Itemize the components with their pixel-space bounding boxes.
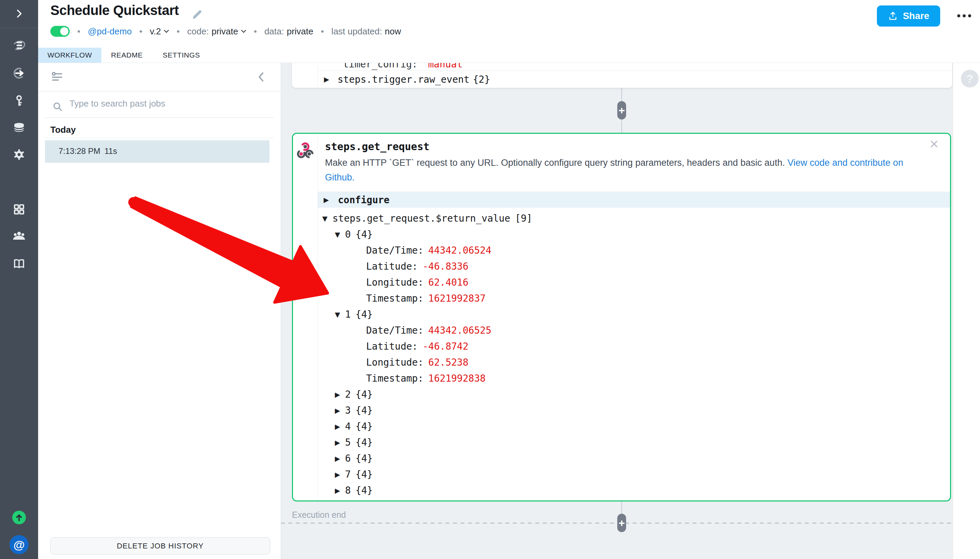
configure-label: configure: [338, 194, 389, 206]
expanded-triangle-icon[interactable]: ▼: [335, 311, 345, 319]
workflow-meta-row: • @pd-demo • v.2 • code: private • data:…: [50, 26, 401, 37]
add-step-button[interactable]: +: [617, 514, 626, 532]
sidebar-item-apps[interactable]: [12, 202, 26, 217]
collapsed-triangle-icon[interactable]: ▶: [335, 407, 345, 415]
meta-separator: •: [77, 26, 80, 37]
field-key: Timestamp:: [366, 293, 424, 304]
header: Schedule Quickstart • @pd-demo • v.2 • c…: [38, 0, 980, 63]
version-label: v.2: [150, 26, 161, 37]
sidebar-item-workflows[interactable]: [12, 38, 26, 53]
expanded-triangle-icon[interactable]: ▼: [322, 215, 332, 223]
deploy-button[interactable]: [12, 510, 26, 525]
description-text: Make an HTTP `GET` request to any URL. O…: [325, 158, 787, 168]
event-sources-icon: [12, 66, 26, 81]
chevron-down-icon: [241, 30, 246, 33]
tab-settings[interactable]: SETTINGS: [152, 48, 210, 63]
field-value: -46.8336: [422, 261, 469, 272]
tree-row-item-2[interactable]: ▶2{4}: [318, 386, 949, 402]
tab-workflow[interactable]: WORKFLOW: [38, 48, 101, 63]
sidebar-item-community[interactable]: [12, 229, 26, 244]
collapsed-triangle-icon[interactable]: ▶: [335, 455, 345, 463]
tree-field: Date/Time:44342.06525: [318, 322, 949, 338]
expanded-triangle-icon[interactable]: ▼: [335, 230, 345, 239]
chevron-down-icon: [164, 30, 169, 33]
close-step-button[interactable]: ×: [930, 137, 939, 152]
database-icon: [12, 121, 26, 135]
item-index: 0: [345, 229, 351, 240]
tree-row-item-5[interactable]: ▶5{4}: [318, 434, 949, 450]
ellipsis-dot: [968, 14, 971, 17]
configure-section-row[interactable]: ▶ configure: [318, 192, 950, 208]
search-underline: [45, 117, 274, 118]
tree-row-item-8[interactable]: ▶8{4}: [318, 482, 949, 498]
collapsed-triangle-icon[interactable]: ▶: [335, 438, 345, 447]
sidebar-item-data-stores[interactable]: [12, 120, 26, 135]
delete-job-history-button[interactable]: DELETE JOB HISTORY: [50, 537, 270, 554]
pencil-icon: [191, 8, 204, 21]
tree-row-item-6[interactable]: ▶6{4}: [318, 450, 949, 466]
workflow-active-toggle[interactable]: [50, 26, 70, 37]
job-time: 7:13:28 PM: [59, 146, 101, 156]
help-button[interactable]: ?: [961, 70, 978, 88]
tree-row-item-7[interactable]: ▶7{4}: [318, 466, 949, 482]
config-key: timer_config:: [343, 63, 417, 70]
book-icon: [12, 257, 26, 271]
sidebar-item-docs[interactable]: [12, 256, 26, 271]
tab-readme[interactable]: README: [101, 48, 152, 63]
add-step-button[interactable]: +: [617, 101, 626, 119]
nav-sidebar: @: [0, 0, 38, 559]
page-title: Schedule Quickstart: [50, 3, 179, 18]
collapsed-triangle-icon[interactable]: ▶: [335, 486, 345, 495]
question-mark-icon: ?: [967, 72, 973, 86]
meta-separator: •: [139, 26, 142, 37]
tree-field: Latitude:-46.8336: [318, 258, 949, 275]
chevron-left-icon: [255, 70, 269, 84]
tree-row-item-0[interactable]: ▼ 0 {4}: [318, 227, 949, 242]
plus-icon: +: [619, 104, 625, 117]
more-options-button[interactable]: [957, 14, 971, 17]
tree-field: Longitude:62.4016: [318, 275, 949, 290]
item-index: 8: [345, 485, 351, 496]
collapsed-triangle-icon[interactable]: ▶: [335, 422, 345, 431]
workflows-icon: [12, 38, 26, 53]
tree-field: Timestamp:1621992838: [318, 370, 949, 386]
sidebar-item-keys[interactable]: [12, 93, 26, 108]
item-badge: {4}: [356, 229, 373, 240]
version-dropdown[interactable]: v.2: [150, 26, 169, 37]
tree-row-item-3[interactable]: ▶3{4}: [318, 402, 949, 418]
edit-title-button[interactable]: [191, 8, 204, 21]
item-badge: {4}: [356, 485, 373, 496]
return-count: [9]: [515, 213, 533, 224]
share-button[interactable]: Share: [877, 5, 940, 26]
search-past-jobs-input[interactable]: [69, 98, 261, 109]
tree-field: Date/Time:44342.06524: [318, 242, 949, 258]
account-avatar[interactable]: @: [10, 535, 28, 554]
collapsed-triangle-icon[interactable]: ▶: [335, 470, 345, 479]
sidebar-item-event-sources[interactable]: [12, 66, 26, 81]
tree-row-item-1[interactable]: ▼ 1 {4}: [318, 306, 949, 322]
item-index: 1: [345, 309, 351, 320]
trigger-step-card: timer_config: manual ▶ steps.trigger.raw…: [292, 63, 952, 88]
field-key: Date/Time:: [366, 245, 424, 256]
code-value: private: [212, 26, 238, 37]
ellipsis-dot: [963, 14, 966, 17]
expand-sidebar-button[interactable]: [12, 6, 26, 21]
job-list-item-selected[interactable]: 7:13:28 PM 11s: [45, 140, 269, 163]
tree-row-item-4[interactable]: ▶4{4}: [318, 418, 949, 434]
collapsed-triangle-icon[interactable]: ▶: [324, 75, 334, 83]
raw-event-row[interactable]: ▶ steps.trigger.raw_event {2}: [324, 71, 490, 88]
sidebar-divider: [0, 28, 38, 28]
key-icon: [12, 94, 26, 108]
jobs-section-label: Today: [50, 125, 76, 135]
owner-link[interactable]: @pd-demo: [88, 26, 132, 37]
sidebar-item-settings[interactable]: [12, 147, 26, 162]
field-value: 44342.06524: [428, 245, 492, 256]
code-visibility-dropdown[interactable]: code: private: [187, 26, 246, 37]
tree-row-return-header[interactable]: ▼ steps.get_request.$return_value [9]: [318, 210, 949, 227]
collapse-panel-button[interactable]: [255, 70, 269, 84]
collapsed-triangle-icon[interactable]: ▶: [335, 390, 345, 399]
field-value: 44342.06525: [428, 325, 492, 336]
webhook-app-icon: [296, 141, 314, 160]
filter-jobs-button[interactable]: [50, 70, 64, 84]
collapsed-triangle-icon[interactable]: ▶: [323, 196, 334, 204]
